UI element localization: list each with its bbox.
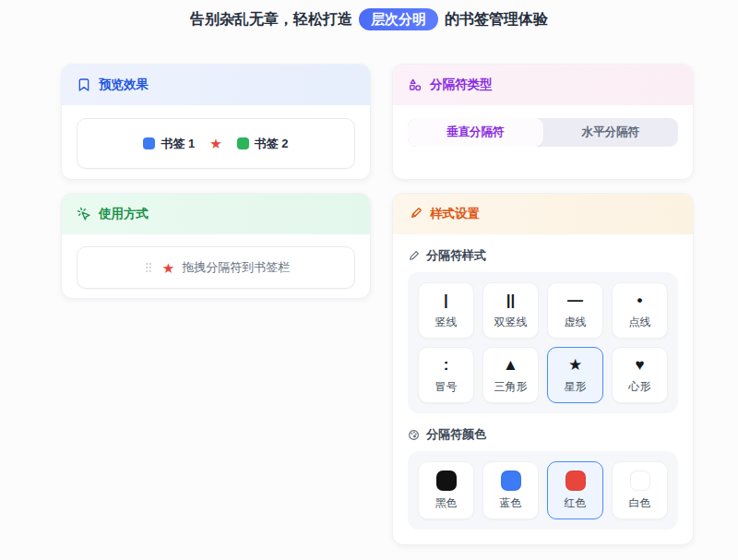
title-suffix: 的书签管理体验 xyxy=(445,10,548,30)
preview-card-title: 预览效果 xyxy=(99,77,149,93)
draggable-separator-pill[interactable]: ★ 拖拽分隔符到书签栏 xyxy=(77,246,355,289)
style-option-double-vline[interactable]: || 双竖线 xyxy=(482,282,539,339)
separator-color-section: 分隔符颜色 黑色 蓝色 红色 xyxy=(393,413,693,530)
bookmark-2-label: 书签 2 xyxy=(255,136,289,152)
drag-hint-text: 拖拽分隔符到书签栏 xyxy=(182,259,290,276)
tab-horizontal-separator[interactable]: 水平分隔符 xyxy=(543,118,679,147)
bookmark-icon xyxy=(77,77,91,92)
color-option-label: 蓝色 xyxy=(500,495,522,511)
bookmark-bar-preview: 书签 1 ★ 书签 2 xyxy=(77,118,355,169)
style-option-label: 点线 xyxy=(629,315,651,330)
style-option-glyph: • xyxy=(637,292,643,310)
pen-icon xyxy=(408,250,420,262)
palette-icon xyxy=(408,429,420,441)
separator-type-card: 分隔符类型 垂直分隔符 水平分隔符 xyxy=(392,64,694,180)
style-option-star[interactable]: ★ 星形 xyxy=(547,347,603,403)
style-option-triangle[interactable]: ▲ 三角形 xyxy=(482,347,539,403)
style-option-glyph: || xyxy=(506,292,516,310)
usage-card: 使用方式 ★ 拖拽分隔符到书签栏 xyxy=(61,193,371,299)
style-option-label: 星形 xyxy=(565,379,587,395)
style-option-label: 双竖线 xyxy=(494,315,528,330)
style-option-label: 冒号 xyxy=(435,379,458,395)
style-option-glyph: ♥ xyxy=(635,356,644,375)
style-option-glyph: ★ xyxy=(568,356,582,375)
color-option-black[interactable]: 黑色 xyxy=(418,461,474,519)
separator-star-icon: ★ xyxy=(162,261,174,275)
style-settings-card: 样式设置 分隔符样式 | 竖线 || 双竖线 xyxy=(392,193,694,545)
style-option-glyph: — xyxy=(567,292,583,310)
bookmark-1-favicon xyxy=(143,137,155,149)
page-title: 告别杂乱无章，轻松打造 层次分明 的书签管理体验 xyxy=(0,0,738,30)
separator-color-label-row: 分隔符颜色 xyxy=(408,426,678,443)
style-option-label: 三角形 xyxy=(494,379,528,395)
color-option-blue[interactable]: 蓝色 xyxy=(482,461,539,519)
preview-card: 预览效果 书签 1 ★ 书签 2 xyxy=(61,64,371,180)
cursor-click-icon xyxy=(77,207,91,221)
tab-vertical-separator[interactable]: 垂直分隔符 xyxy=(408,118,543,147)
style-settings-header: 样式设置 xyxy=(393,194,693,234)
color-option-label: 红色 xyxy=(565,495,587,511)
style-option-colon[interactable]: : 冒号 xyxy=(418,347,474,403)
separator-type-header: 分隔符类型 xyxy=(393,65,693,105)
style-option-label: 心形 xyxy=(629,379,651,395)
shapes-icon xyxy=(408,77,423,92)
separator-style-section: 分隔符样式 | 竖线 || 双竖线 — 虚线 xyxy=(393,234,693,413)
grip-dots-icon xyxy=(142,261,155,274)
style-option-label: 虚线 xyxy=(565,315,587,330)
separator-type-tabs: 垂直分隔符 水平分隔符 xyxy=(408,118,678,147)
color-option-label: 黑色 xyxy=(435,495,458,511)
usage-card-header: 使用方式 xyxy=(62,194,370,234)
color-option-white[interactable]: 白色 xyxy=(612,461,668,519)
color-swatch xyxy=(565,471,586,491)
separator-style-label: 分隔符样式 xyxy=(426,247,486,264)
style-option-label: 竖线 xyxy=(435,315,458,330)
separator-color-label: 分隔符颜色 xyxy=(426,426,486,443)
separator-star-icon: ★ xyxy=(209,137,221,150)
bookmark-chip-2: 书签 2 xyxy=(237,136,289,152)
main-grid: 预览效果 书签 1 ★ 书签 2 使用方式 xyxy=(61,64,694,545)
separator-style-grid: | 竖线 || 双竖线 — 虚线 • 点线 xyxy=(408,272,678,413)
title-prefix: 告别杂乱无章，轻松打造 xyxy=(190,10,352,30)
color-swatch xyxy=(630,471,650,491)
style-option-dot[interactable]: • 点线 xyxy=(612,282,668,339)
style-option-heart[interactable]: ♥ 心形 xyxy=(612,347,668,403)
bookmark-chip-1: 书签 1 xyxy=(143,136,195,152)
separator-style-label-row: 分隔符样式 xyxy=(408,247,678,264)
separator-color-grid: 黑色 蓝色 红色 白色 xyxy=(408,451,678,530)
color-swatch xyxy=(436,471,457,491)
style-option-glyph: ▲ xyxy=(503,356,518,375)
color-option-label: 白色 xyxy=(629,495,651,511)
paintbrush-icon xyxy=(408,207,423,221)
usage-card-title: 使用方式 xyxy=(99,206,149,222)
right-column: 分隔符类型 垂直分隔符 水平分隔符 样式设置 分隔符样式 | xyxy=(392,64,694,545)
preview-card-header: 预览效果 xyxy=(62,65,370,105)
color-swatch xyxy=(501,471,521,491)
style-option-dash[interactable]: — 虚线 xyxy=(547,282,603,339)
left-column: 预览效果 书签 1 ★ 书签 2 使用方式 xyxy=(61,64,371,299)
separator-type-title: 分隔符类型 xyxy=(430,77,493,93)
style-option-glyph: : xyxy=(444,356,449,375)
bookmark-1-label: 书签 1 xyxy=(161,136,195,152)
bookmark-2-favicon xyxy=(237,137,249,149)
style-option-glyph: | xyxy=(444,292,448,310)
style-option-vline[interactable]: | 竖线 xyxy=(418,282,474,339)
color-option-red[interactable]: 红色 xyxy=(547,461,603,519)
title-badge: 层次分明 xyxy=(359,8,438,30)
style-settings-title: 样式设置 xyxy=(430,206,480,222)
